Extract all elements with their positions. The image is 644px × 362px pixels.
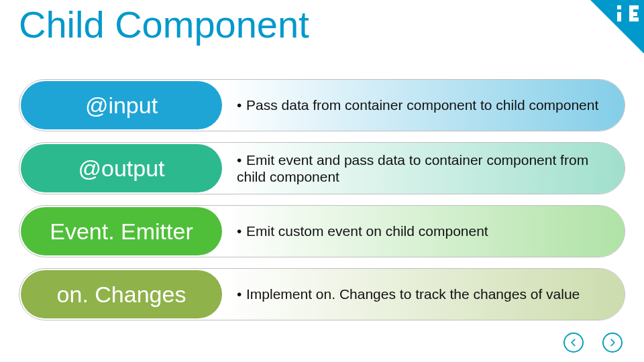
desc-inner: Emit custom event on child component — [246, 223, 488, 239]
arrow-right-icon — [608, 338, 617, 347]
desc-wrap: •Emit custom event on child component — [223, 206, 625, 257]
pill-label-onchanges: on. Changes — [21, 270, 222, 318]
svg-rect-1 — [617, 5, 621, 9]
desc-wrap: •Emit event and pass data to container c… — [223, 143, 625, 194]
desc-text: •Pass data from container component to c… — [237, 97, 598, 113]
desc-text: •Implement on. Changes to track the chan… — [237, 286, 580, 302]
pill-label-input: @input — [21, 81, 222, 129]
brand-corner — [570, 0, 644, 74]
desc-text: •Emit event and pass data to container c… — [237, 152, 608, 185]
arrow-left-icon — [569, 338, 578, 347]
page-title: Child Component — [19, 3, 309, 46]
desc-text: •Emit custom event on child component — [237, 223, 488, 239]
desc-wrap: •Implement on. Changes to track the chan… — [223, 269, 625, 320]
desc-inner: Emit event and pass data to container co… — [237, 152, 588, 184]
desc-wrap: •Pass data from container component to c… — [223, 80, 625, 131]
list-item: on. Changes •Implement on. Changes to tr… — [19, 268, 625, 320]
desc-inner: Implement on. Changes to track the chang… — [246, 286, 580, 302]
pill-label-eventemitter: Event. Emitter — [21, 207, 222, 255]
list-item: Event. Emitter •Emit custom event on chi… — [19, 205, 625, 257]
desc-inner: Pass data from container component to ch… — [246, 97, 598, 113]
list-item: @input •Pass data from container compone… — [19, 79, 625, 131]
concept-list: @input •Pass data from container compone… — [19, 79, 625, 331]
next-button[interactable] — [602, 333, 623, 353]
prev-button[interactable] — [564, 333, 584, 353]
pill-label-output: @output — [21, 144, 222, 192]
svg-rect-2 — [617, 12, 621, 21]
list-item: @output •Emit event and pass data to con… — [19, 142, 625, 194]
slide-nav — [564, 333, 623, 353]
svg-marker-0 — [590, 0, 644, 54]
